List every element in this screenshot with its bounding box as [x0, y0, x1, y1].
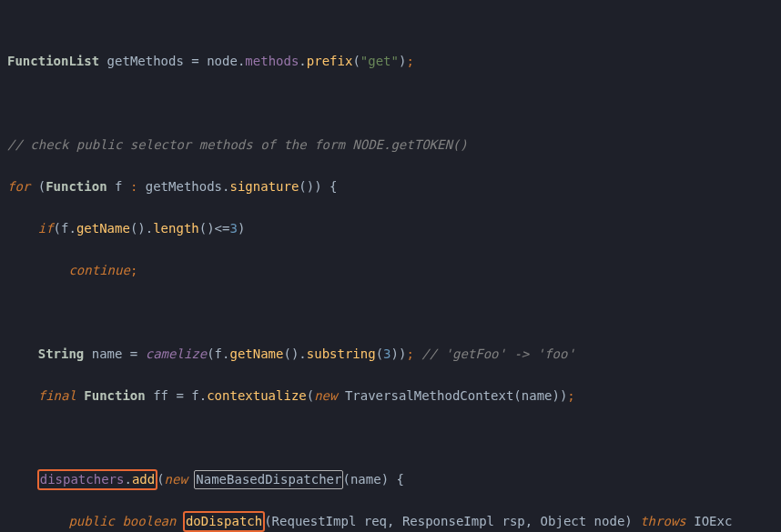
- code-line: dispatchers.add(new NameBasedDispatcher(…: [7, 469, 781, 490]
- highlight-box-class: NameBasedDispatcher: [194, 470, 343, 489]
- highlight-box-2: doDispatch: [183, 511, 265, 532]
- code-line: final Function ff = f.contextualize(new …: [7, 386, 781, 407]
- code-line: String name = camelize(f.getName().subst…: [7, 344, 781, 365]
- type: FunctionList: [7, 54, 99, 68]
- code-line: for (Function f : getMethods.signature()…: [7, 176, 781, 197]
- code-line: continue;: [7, 260, 781, 281]
- code-line: // check public selector methods of the …: [7, 135, 781, 156]
- code-editor[interactable]: FunctionList getMethods = node.methods.p…: [0, 0, 781, 532]
- code-line: public boolean doDispatch(RequestImpl re…: [7, 511, 781, 532]
- highlight-box-1: dispatchers.add: [37, 469, 157, 490]
- variable: getMethods: [107, 54, 184, 68]
- code-line: FunctionList getMethods = node.methods.p…: [7, 51, 781, 72]
- code-line: if(f.getName().length()<=3): [7, 218, 781, 239]
